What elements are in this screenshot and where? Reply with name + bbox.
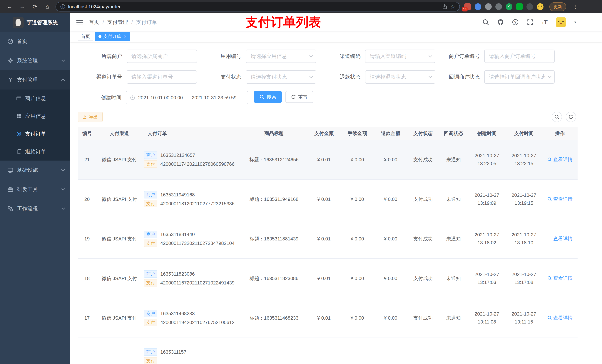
action-cell: 查看详情 [542, 140, 578, 179]
refresh-icon [291, 94, 296, 99]
browser-home-icon[interactable]: ⌂ [44, 3, 51, 10]
fullscreen-icon[interactable] [527, 19, 534, 26]
channel-order-no-input[interactable] [127, 70, 197, 83]
url-bar[interactable]: ⓘ localhost:1024/pay/order ☆ [55, 2, 460, 11]
merchant-input[interactable] [127, 50, 197, 63]
export-button[interactable]: 导出 [78, 112, 103, 122]
search-icon[interactable] [483, 19, 489, 26]
notify-status-select[interactable]: 请选择订单回调商户状态 [484, 70, 555, 83]
col-fee: 手续金额 [341, 127, 374, 140]
url-text: localhost:1024/pay/order [68, 4, 439, 10]
channel-code-select[interactable]: 请输入渠道编码 [365, 50, 435, 63]
browser-forward-icon[interactable]: → [19, 3, 26, 10]
status-cell: 支付成功 [407, 179, 439, 219]
chevron-down-icon [428, 55, 432, 58]
sidebar-item-payment[interactable]: ¥ 支付管理 [0, 70, 70, 90]
main-area: 首页 / 支付管理 / 支付订单 支付订单列表 ? TT ▾ [70, 13, 602, 364]
refund-cell: ¥ 0.00 [374, 259, 407, 298]
app-logo [13, 17, 24, 28]
sidebar-item-system[interactable]: 系统管理 [0, 51, 70, 70]
search-button[interactable]: 搜索 [254, 91, 282, 103]
merchant-order-no-input[interactable] [484, 50, 555, 63]
view-detail-link[interactable]: 查看详情 [547, 235, 573, 242]
browser-reload-icon[interactable]: ⟳ [31, 3, 39, 10]
profile-avatar-icon[interactable] [537, 3, 544, 10]
filter-create-time: 创建时间 2021-10-01 00:00:00 - 2021-10-31 23… [78, 91, 248, 104]
share-icon[interactable] [442, 4, 447, 10]
tab-pay-order[interactable]: 支付订单 × [95, 32, 130, 41]
sidebar-item-label: 工作流程 [17, 205, 38, 212]
col-title: 商品标题 [241, 127, 307, 140]
refresh-button[interactable] [566, 112, 576, 122]
create-time-cell: 2021-10-2713:19:09 [468, 179, 505, 219]
user-avatar[interactable] [556, 17, 566, 27]
breadcrumb-home[interactable]: 首页 [89, 19, 99, 26]
view-detail-link[interactable]: 查看详情 [547, 275, 573, 281]
app-logo-row: 芋道管理系统 [0, 13, 70, 32]
extension-icon-5[interactable] [506, 3, 512, 10]
bookmark-star-icon[interactable]: ☆ [450, 4, 455, 10]
notify-cell: 未通知 [439, 179, 468, 219]
browser-update-button[interactable]: 更新 [549, 2, 566, 11]
chevron-down-icon [428, 76, 432, 78]
date-range-input[interactable]: 2021-10-01 00:00:00 - 2021-10-31 23:59:5… [126, 91, 248, 104]
sidebar-subitem-merchant-info[interactable]: 商户信息 [0, 90, 70, 107]
breadcrumb-current: 支付订单 [136, 19, 157, 26]
pay-status-select[interactable]: 请选择支付状态 [246, 70, 316, 83]
extension-icon-2[interactable] [475, 3, 481, 10]
sidebar-item-devtools[interactable]: 研发工具 [0, 180, 70, 199]
channel-cell: 微信 JSAPI 支付 [96, 179, 142, 219]
close-icon[interactable]: × [124, 34, 127, 39]
reset-button[interactable]: 重置 [285, 91, 313, 103]
order-cell: 商户1635311157 支付 [142, 338, 241, 364]
sidebar-subitem-refund-order[interactable]: 退款订单 [0, 143, 70, 161]
site-info-icon[interactable]: ⓘ [60, 3, 65, 10]
extension-icon-7[interactable] [527, 3, 533, 10]
extension-icon-4[interactable] [495, 3, 502, 10]
extension-icon-1[interactable]: 10 [464, 3, 471, 10]
sidebar-item-home[interactable]: 首页 [0, 32, 70, 51]
view-detail-link[interactable]: 查看详情 [547, 196, 573, 202]
breadcrumb: 首页 / 支付管理 / 支付订单 [89, 19, 157, 26]
table-row: 20 微信 JSAPI 支付 商户1635311949168 支付4200001… [78, 179, 578, 219]
view-detail-link[interactable]: 查看详情 [547, 315, 573, 321]
search-toggle-button[interactable] [552, 112, 562, 122]
sidebar-item-workflow[interactable]: 工作流程 [0, 199, 70, 218]
caret-down-icon[interactable]: ▾ [574, 20, 576, 24]
help-icon[interactable]: ? [512, 19, 519, 26]
sidebar-subitem-app-info[interactable]: 应用信息 [0, 107, 70, 125]
magnifier-icon [547, 157, 552, 162]
font-size-icon[interactable]: TT [542, 19, 548, 26]
refund-status-select[interactable]: 请选择退款状态 [365, 70, 435, 83]
channel-cell: 微信 JSAPI 支付 [96, 298, 142, 338]
extension-icon-6[interactable] [516, 3, 523, 10]
browser-chrome: ← → ⟳ ⌂ ⓘ localhost:1024/pay/order ☆ 10 … [0, 0, 602, 13]
date-start: 2021-10-01 00:00:00 [138, 95, 183, 101]
browser-menu-icon[interactable]: ⋮ [573, 4, 578, 10]
fee-cell: ¥ 0.00 [341, 298, 374, 338]
view-detail-link[interactable]: 查看详情 [547, 156, 573, 163]
app-title: 芋道管理系统 [27, 19, 58, 26]
extension-icon-3[interactable] [485, 3, 492, 10]
tab-label: 首页 [81, 33, 90, 39]
pay-badge: 支付 [144, 160, 157, 168]
app-id-select[interactable]: 请选择应用信息 [246, 50, 316, 63]
menu-fold-icon[interactable] [76, 20, 83, 24]
toolbox-icon [7, 187, 13, 192]
create-time-cell: 2021-10-2713:17:03 [468, 259, 505, 298]
extension-badge: 10 [462, 7, 468, 11]
create-time-cell: 2021-10-2713:18:02 [468, 219, 505, 259]
filter-label: 退款状态 [316, 73, 365, 81]
action-cell: 查看详情 [542, 179, 578, 219]
sidebar-subitem-pay-order[interactable]: 支付订单 [0, 125, 70, 143]
browser-back-icon[interactable]: ← [6, 3, 13, 10]
sidebar-subitem-label: 退款订单 [25, 148, 46, 155]
tab-home[interactable]: 首页 [78, 32, 93, 41]
id-cell: 19 [78, 219, 96, 259]
chevron-down-icon [61, 207, 65, 210]
pay-badge: 支付 [144, 279, 157, 287]
sidebar-item-infra[interactable]: 基础设施 [0, 161, 70, 180]
github-icon[interactable] [497, 19, 504, 26]
breadcrumb-payment[interactable]: 支付管理 [107, 19, 128, 26]
tab-label: 支付订单 [103, 33, 121, 39]
